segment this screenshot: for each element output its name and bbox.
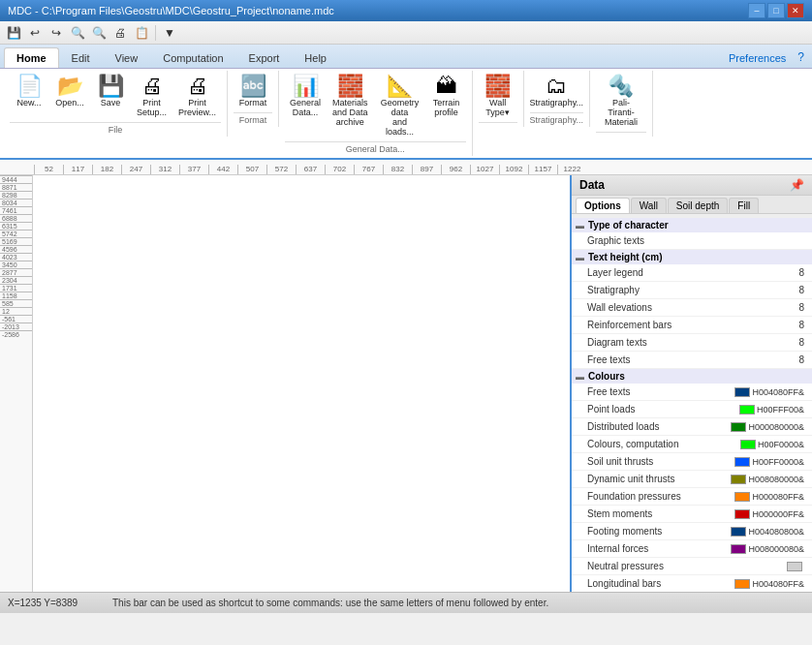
maximize-button[interactable]: □ [767,3,785,18]
preferences-link[interactable]: Preferences [721,48,794,68]
panel-tab-wall[interactable]: Wall [631,198,667,213]
btn-open-label: Open... [55,98,84,108]
stratigraphy-icon: 🗂 [546,76,567,97]
stem-moments-color-val: H000000FF& [752,509,804,519]
vertical-ruler: 9444 8871 8298 8034 7461 6888 6315 5742 … [0,175,33,592]
section-type-of-character[interactable]: ▬ Type of character [572,218,812,232]
colours-computation-color-val: H00F0000& [758,440,804,449]
tab-export[interactable]: Export [236,47,293,68]
ribbon-group-pali-content: 🔩 Pali-Tiranti-Materiali [596,73,646,130]
btn-materials-archive[interactable]: 🧱 Materials and Data archive [328,73,373,130]
ribbon-group-format: 🔤 Format Format [228,71,279,127]
data-panel-title: Data [579,178,605,192]
minimize-button[interactable]: – [748,3,765,18]
soil-unit-thrusts-color-label: Soil unit thrusts [587,456,734,467]
free-texts-label: Free texts [587,354,785,365]
btn-save[interactable]: 💾 Save [91,73,130,110]
qa-print[interactable]: 🖨 [110,24,130,42]
qa-more[interactable]: ▼ [160,24,179,42]
colours-computation-swatch[interactable] [740,440,756,449]
tab-view[interactable]: View [103,47,151,68]
ruler-v-mark: 2304 [0,276,32,284]
ruler-v-mark: 9444 [0,175,32,183]
wall-elevations-value: 8 [785,302,804,313]
status-message: This bar can be used as shortcut to some… [112,598,804,608]
qa-save[interactable]: 💾 [4,24,23,42]
qa-print2[interactable]: 📋 [132,24,151,42]
btn-open[interactable]: 📂 Open... [50,73,89,110]
longitudinal-bars-color-val: H004080FF& [752,579,804,589]
section-text-height[interactable]: ▬ Text height (cm) [572,250,812,264]
footing-moments-swatch[interactable] [731,527,746,537]
row-foundation-pressures-color: Foundation pressures H000080FF& [572,488,812,506]
panel-tab-soil-depth[interactable]: Soil depth [668,198,728,213]
distributed-loads-color-val: H000080000& [748,422,804,432]
qa-zoom-fit[interactable]: 🔍 [89,24,109,42]
soil-unit-thrusts-swatch[interactable] [734,457,750,467]
ribbon-group-general-data-content: 📊 General Data... 🧱 Materials and Data a… [285,73,466,139]
btn-print-preview[interactable]: 🖨 Print Preview... [173,73,221,120]
btn-stratigraphy[interactable]: 🗂 Stratigraphy... [531,73,581,110]
print-preview-icon: 🖨 [187,76,208,97]
tab-edit[interactable]: Edit [59,47,103,68]
drawing-canvas[interactable] [33,175,570,592]
btn-stratigraphy-label: Stratigraphy... [530,98,583,108]
dynamic-unit-thrusts-swatch[interactable] [731,475,746,484]
btn-format[interactable]: 🔤 Format [234,73,272,110]
tab-home[interactable]: Home [4,47,59,68]
data-panel-pin[interactable]: 📌 [790,178,804,192]
format-group-label: Format [234,112,272,125]
btn-print-setup[interactable]: 🖨 Print Setup... [132,73,172,120]
row-stratigraphy: Stratigraphy 8 [572,282,812,299]
ruler-v-mark: 1731 [0,284,32,292]
general-data-icon: 📊 [293,76,319,97]
panel-tab-fill[interactable]: Fill [729,198,759,213]
neutral-pressures-color-label: Neutral pressures [587,561,787,571]
qa-zoom-in[interactable]: 🔍 [68,24,87,42]
help-icon[interactable]: ? [794,46,808,68]
row-layer-legend: Layer legend 8 [572,264,812,282]
data-panel: Data 📌 Options Wall Soil depth Fill ▬ Ty… [570,175,812,592]
section-colours[interactable]: ▬ Colours [572,369,812,384]
panel-content[interactable]: ▬ Type of character Graphic texts ▬ Text… [572,214,812,592]
distributed-loads-swatch[interactable] [731,422,746,432]
free-texts-swatch[interactable] [734,387,750,397]
internal-forces-swatch[interactable] [731,544,746,554]
ruler-v-mark: 5742 [0,230,32,237]
new-icon: 📄 [16,76,43,97]
qa-redo[interactable]: ↪ [47,24,66,42]
ruler-v-mark: 8298 [0,191,32,199]
btn-new[interactable]: 📄 New... [10,73,48,110]
free-texts-color-label: Free texts [587,386,734,397]
btn-pali[interactable]: 🔩 Pali-Tiranti-Materiali [596,73,646,130]
btn-geometry-loads[interactable]: 📐 Geometry data and loads... [375,73,425,139]
foundation-pressures-swatch[interactable] [734,492,750,502]
btn-terrain-profile[interactable]: 🏔 Terrain profile [427,73,466,120]
btn-save-label: Save [101,98,121,108]
ribbon-group-wall-type: 🧱 Wall Type▾ [473,71,524,127]
stem-moments-swatch[interactable] [734,509,750,519]
row-internal-forces-color: Internal forces H008000080& [572,540,812,558]
title-bar: MDC - C:\Program Files\Geostru\MDC\Geost… [0,0,812,21]
tab-computation[interactable]: Computation [150,47,235,68]
longitudinal-bars-swatch[interactable] [734,579,750,589]
ruler-h-mark: 832 [383,165,412,174]
ruler-v-mark: 8034 [0,199,32,206]
ruler-h-mark: 1222 [557,165,586,174]
ruler-h-mark: 182 [92,165,121,174]
neutral-pressures-swatch[interactable] [787,562,802,571]
ruler-h-mark: 767 [354,165,383,174]
point-loads-swatch[interactable] [739,405,755,415]
dynamic-unit-thrusts-color-val: H008080000& [748,475,804,484]
footing-moments-color-val: H004080800& [748,527,804,537]
btn-wall-type[interactable]: 🧱 Wall Type▾ [479,73,517,120]
graphic-texts-label: Graphic texts [587,235,785,246]
tab-help[interactable]: Help [292,47,339,68]
btn-general-data[interactable]: 📊 General Data... [285,73,326,120]
qa-undo[interactable]: ↩ [25,24,45,42]
ribbon-group-pali: 🔩 Pali-Tiranti-Materiali [590,71,653,137]
ruler-h-mark: 52 [34,165,63,174]
panel-tab-options[interactable]: Options [576,198,630,213]
wall-type-group-label [479,122,517,125]
close-button[interactable]: ✕ [787,3,804,18]
